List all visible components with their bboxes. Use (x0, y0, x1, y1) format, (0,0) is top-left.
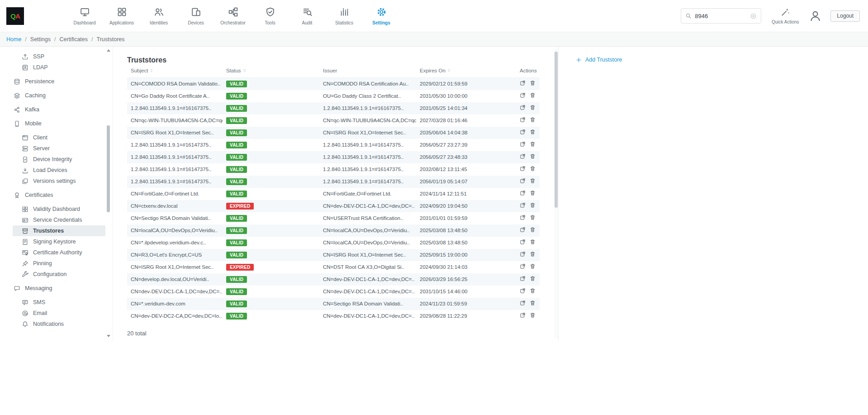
table-row[interactable]: 1.2.840.113549.1.9.1=#16167375..VALID1.2… (127, 102, 540, 114)
sidebar-item-client[interactable]: Client (13, 132, 105, 143)
delete-truststore-icon[interactable] (530, 80, 536, 86)
delete-truststore-icon[interactable] (530, 129, 536, 135)
nav-item-audit[interactable]: Audit (289, 7, 326, 25)
export-truststore-icon[interactable] (520, 105, 526, 110)
sidebar-item-email[interactable]: Email (13, 308, 105, 319)
delete-truststore-icon[interactable] (530, 178, 536, 184)
delete-truststore-icon[interactable] (530, 288, 536, 294)
sidebar-item-pinning[interactable]: Pinning (13, 258, 105, 269)
sidebar-item-validity-dashboard[interactable]: Validity Dashboard (13, 204, 105, 215)
sidebar-item-certificates[interactable]: Certificates (13, 190, 105, 200)
sidebar-scrollbar-thumb[interactable] (107, 125, 110, 212)
export-truststore-icon[interactable] (520, 263, 526, 269)
sidebar-item-server[interactable]: Server (13, 143, 105, 154)
sidebar-item-load-devices[interactable]: Load Devices (13, 165, 105, 176)
export-truststore-icon[interactable] (520, 92, 526, 98)
export-truststore-icon[interactable] (520, 215, 526, 220)
sidebar-scrollbar[interactable] (106, 49, 110, 337)
nav-item-orchestrator[interactable]: Orchestrator (214, 7, 251, 25)
table-row[interactable]: CN=ctxenv.dev.localEXPIREDCN=dev-DEV-DC1… (127, 200, 540, 212)
export-truststore-icon[interactable] (520, 80, 526, 86)
table-row[interactable]: CN=R3,O=Let's Encrypt,C=USVALIDCN=ISRG R… (127, 249, 540, 261)
sidebar-item-kafka[interactable]: Kafka (13, 104, 105, 115)
table-row[interactable]: CN=ISRG Root X1,O=Internet Sec..EXPIREDC… (127, 261, 540, 273)
table-row[interactable]: 1.2.840.113549.1.9.1=#16147375..VALID1.2… (127, 176, 540, 188)
delete-truststore-icon[interactable] (530, 202, 536, 208)
scroll-up-arrow-icon[interactable] (107, 49, 110, 52)
export-truststore-icon[interactable] (520, 239, 526, 245)
delete-truststore-icon[interactable] (530, 239, 536, 245)
table-row[interactable]: CN=*.ilpdevelop.veridium-dev.c..VALIDCN=… (127, 237, 540, 249)
export-truststore-icon[interactable] (520, 288, 526, 294)
export-truststore-icon[interactable] (520, 117, 526, 123)
table-row[interactable]: CN=localCA,OU=DevOps,O=Veridiu..VALIDCN=… (127, 224, 540, 237)
table-row[interactable]: 1.2.840.113549.1.9.1=#16147375..VALID1.2… (127, 163, 540, 176)
sidebar-item-notifications[interactable]: Notifications (13, 319, 105, 329)
sidebar-item-service-credentials[interactable]: Service Credentials (13, 215, 105, 225)
delete-truststore-icon[interactable] (530, 312, 536, 318)
nav-item-identities[interactable]: Identities (140, 7, 177, 25)
add-truststore-button[interactable]: Add Truststore (576, 57, 622, 63)
sidebar-item-mobile[interactable]: Mobile (13, 118, 105, 129)
nav-item-settings[interactable]: Settings (363, 7, 400, 25)
delete-truststore-icon[interactable] (530, 166, 536, 172)
search-input[interactable] (695, 13, 747, 19)
nav-item-statistics[interactable]: Statistics (326, 7, 363, 25)
delete-truststore-icon[interactable] (530, 141, 536, 147)
app-logo[interactable]: QA (6, 7, 24, 25)
clear-search-icon[interactable] (750, 13, 757, 19)
nav-item-tools[interactable]: Tools (251, 7, 289, 25)
sidebar-item-certificate-authority[interactable]: Certificate Authority (13, 247, 105, 258)
sidebar-item-configuration[interactable]: Configuration (13, 269, 105, 280)
export-truststore-icon[interactable] (520, 153, 526, 159)
sidebar-item-device-integrity[interactable]: Device Integrity (13, 154, 105, 165)
sidebar-item-caching[interactable]: Caching (13, 90, 105, 101)
table-row[interactable]: CN=qc-WIN-TUUBU9A4C5N-CA,DC=qc..VALIDCN=… (127, 114, 540, 127)
export-truststore-icon[interactable] (520, 190, 526, 196)
quick-actions-button[interactable]: Quick Actions (770, 7, 800, 24)
content-scrollbar-thumb[interactable] (555, 52, 558, 208)
column-header-expires-on[interactable]: Expires On (416, 66, 516, 77)
sidebar-item-ssp[interactable]: SSP (13, 51, 105, 62)
table-row[interactable]: CN=COMODO RSA Domain Validatio..VALIDCN=… (127, 77, 540, 90)
delete-truststore-icon[interactable] (530, 300, 536, 306)
delete-truststore-icon[interactable] (530, 190, 536, 196)
export-truststore-icon[interactable] (520, 251, 526, 257)
export-truststore-icon[interactable] (520, 312, 526, 318)
delete-truststore-icon[interactable] (530, 227, 536, 233)
export-truststore-icon[interactable] (520, 300, 526, 306)
delete-truststore-icon[interactable] (530, 92, 536, 98)
user-menu-icon[interactable] (809, 10, 821, 22)
sidebar-item-signing-keystore[interactable]: Signing Keystore (13, 236, 105, 247)
delete-truststore-icon[interactable] (530, 117, 536, 123)
export-truststore-icon[interactable] (520, 178, 526, 184)
table-row[interactable]: 1.2.840.113549.1.9.1=#16147375..VALID1.2… (127, 151, 540, 163)
logout-button[interactable]: Logout (830, 10, 860, 22)
sidebar-item-ldap[interactable]: LDAP (13, 62, 105, 73)
content-scrollbar[interactable] (554, 49, 558, 339)
nav-item-devices[interactable]: Devices (177, 7, 214, 25)
export-truststore-icon[interactable] (520, 227, 526, 233)
table-row[interactable]: CN=develop.dev.local,OU=Veridi..VALIDCN=… (127, 273, 540, 286)
sidebar-item-truststores[interactable]: Truststores (13, 225, 105, 236)
column-header-subject[interactable]: Subject (127, 66, 223, 77)
sidebar-item-messaging[interactable]: Messaging (13, 283, 105, 294)
table-row[interactable]: CN=Go Daddy Root Certificate A..VALIDOU=… (127, 90, 540, 102)
export-truststore-icon[interactable] (520, 202, 526, 208)
table-row[interactable]: 1.2.840.113549.1.9.1=#16147375..VALID1.2… (127, 139, 540, 151)
delete-truststore-icon[interactable] (530, 263, 536, 269)
table-row[interactable]: CN=dev-DEV-DC1-CA-1,DC=dev,DC=..VALIDCN=… (127, 286, 540, 298)
delete-truststore-icon[interactable] (530, 215, 536, 220)
export-truststore-icon[interactable] (520, 276, 526, 281)
table-row[interactable]: CN=FortiGate,O=Fortinet Ltd.VALIDCN=Fort… (127, 188, 540, 200)
scroll-down-arrow-icon[interactable] (107, 335, 110, 337)
sidebar-item-persistence[interactable]: Persistence (13, 76, 105, 87)
export-truststore-icon[interactable] (520, 129, 526, 135)
sidebar-item-sms[interactable]: SMS (13, 297, 105, 308)
sidebar-item-versions-settings[interactable]: Versions settings (13, 176, 105, 186)
nav-item-dashboard[interactable]: Dashboard (66, 7, 103, 25)
breadcrumb-item-home[interactable]: Home (6, 36, 21, 43)
table-row[interactable]: CN=*.veridium-dev.comVALIDCN=Sectigo RSA… (127, 298, 540, 310)
table-row[interactable]: CN=ISRG Root X1,O=Internet Sec..VALIDCN=… (127, 127, 540, 139)
delete-truststore-icon[interactable] (530, 251, 536, 257)
